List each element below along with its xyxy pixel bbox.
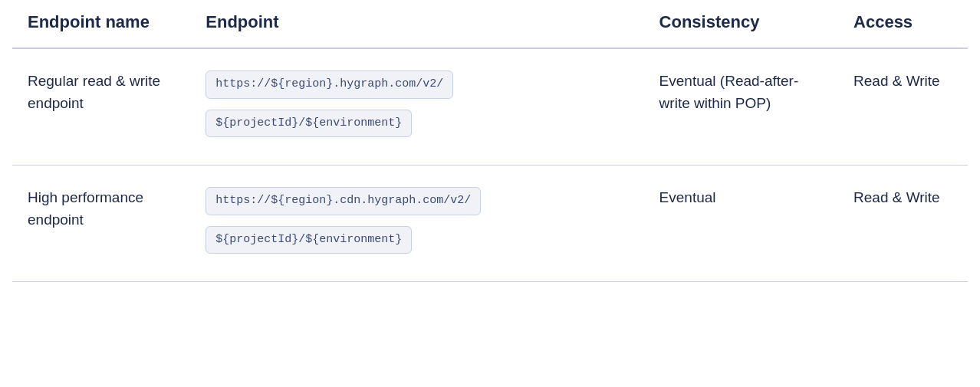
header-access: Access: [838, 0, 968, 48]
cell-access: Read & Write: [838, 166, 968, 282]
cell-access: Read & Write: [838, 48, 968, 166]
header-name: Endpoint name: [12, 0, 190, 48]
header-endpoint: Endpoint: [190, 0, 643, 48]
table-row: Regular read & write endpointhttps://${r…: [12, 48, 968, 166]
cell-endpoint-name: Regular read & write endpoint: [12, 48, 190, 166]
cell-endpoint-url: https://${region}.cdn.hygraph.com/v2/${p…: [190, 166, 643, 282]
endpoints-table: Endpoint name Endpoint Consistency Acces…: [12, 0, 968, 282]
endpoints-table-container: Endpoint name Endpoint Consistency Acces…: [0, 0, 980, 282]
endpoint-badge: https://${region}.cdn.hygraph.com/v2/: [206, 187, 481, 215]
table-row: High performance endpointhttps://${regio…: [12, 166, 968, 282]
cell-endpoint-name: High performance endpoint: [12, 166, 190, 282]
endpoint-badge: ${projectId}/${environment}: [206, 226, 412, 254]
header-consistency: Consistency: [644, 0, 838, 48]
endpoint-badge: ${projectId}/${environment}: [206, 110, 412, 138]
table-header-row: Endpoint name Endpoint Consistency Acces…: [12, 0, 968, 48]
endpoint-badge: https://${region}.hygraph.com/v2/: [206, 71, 453, 99]
cell-endpoint-url: https://${region}.hygraph.com/v2/${proje…: [190, 48, 643, 166]
cell-consistency: Eventual (Read-after-write within POP): [644, 48, 838, 166]
cell-consistency: Eventual: [644, 166, 838, 282]
